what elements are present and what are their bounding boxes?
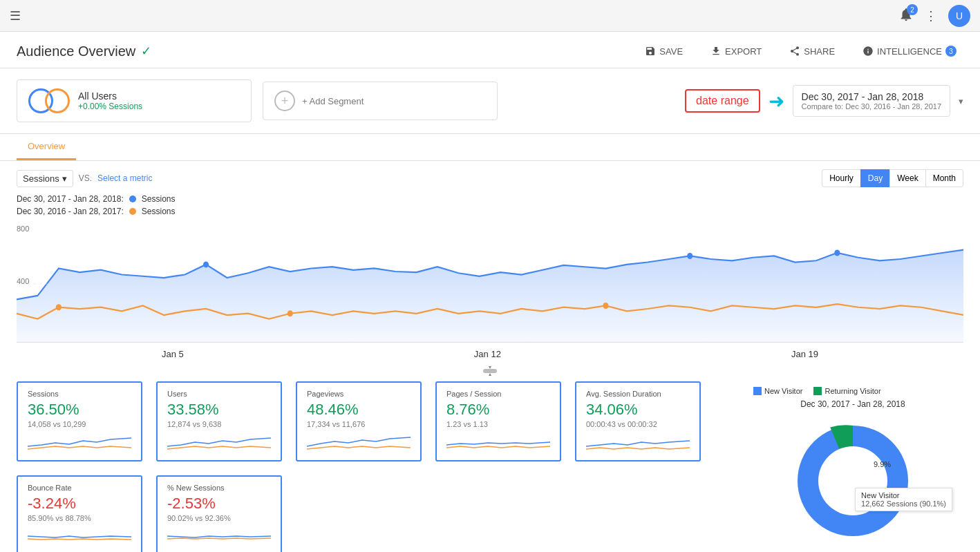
- page-title-text: Audience Overview: [17, 44, 135, 59]
- svg-point-5: [603, 303, 608, 309]
- pie-legend-returning-visitor: Returning Visitor: [813, 387, 880, 395]
- notif-badge: 2: [907, 4, 918, 15]
- intelligence-button[interactable]: INTELLIGENCE 3: [856, 41, 963, 61]
- chart-area: 800 400: [0, 222, 980, 346]
- tab-overview[interactable]: Overview: [17, 134, 76, 160]
- intelligence-badge: 3: [945, 46, 957, 57]
- add-segment-label: + Add Segment: [302, 96, 364, 106]
- metric-sessions-name: Sessions: [28, 390, 131, 398]
- date-range-picker[interactable]: Dec 30, 2017 - Jan 28, 2018 Compare to: …: [793, 85, 950, 117]
- select-metric-link[interactable]: Select a metric: [97, 173, 152, 183]
- date-range-annotation: date range: [685, 89, 760, 113]
- export-button[interactable]: EXPORT: [704, 41, 769, 61]
- arrow-icon: ➜: [769, 90, 784, 113]
- page-header: Audience Overview ✓ SAVE EXPORT SHARE IN…: [0, 32, 980, 68]
- chart-svg: [17, 222, 963, 346]
- legend-period1-metric: Sessions: [142, 194, 176, 204]
- svg-point-0: [203, 261, 209, 267]
- metric-pages-session-value: 8.76%: [446, 401, 550, 419]
- pie-legend-new-visitor-label: New Visitor: [764, 387, 802, 395]
- metric-avg-session-sparkline: [586, 432, 690, 453]
- segment-info: All Users +0.00% Sessions: [78, 91, 142, 111]
- save-button[interactable]: SAVE: [638, 41, 690, 61]
- legend-period2-metric: Sessions: [142, 207, 176, 216]
- notifications-button[interactable]: 2: [898, 7, 914, 24]
- metric-bounce-rate: Bounce Rate -3.24% 85.90% vs 88.78%: [17, 475, 142, 552]
- time-btn-week[interactable]: Week: [889, 169, 925, 187]
- x-labels: Jan 5 Jan 12 Jan 19: [0, 346, 980, 365]
- metric-pages-session-sparkline: [446, 432, 550, 453]
- metric-pageviews-name: Pageviews: [307, 390, 411, 398]
- svg-point-4: [288, 310, 293, 316]
- metric-dropdown[interactable]: Sessions ▾: [17, 170, 73, 187]
- metric-pageviews-compare: 17,334 vs 11,676: [307, 420, 411, 428]
- metric-bounce-rate-name: Bounce Rate: [28, 484, 131, 492]
- metric-new-sessions-compare: 90.02% vs 92.36%: [167, 514, 271, 522]
- avatar[interactable]: U: [948, 5, 970, 27]
- app-menu-icon[interactable]: ☰: [10, 8, 21, 23]
- metric-avg-session: Avg. Session Duration 34.06% 00:00:43 vs…: [575, 381, 701, 461]
- chart-controls: Sessions ▾ VS. Select a metric Hourly Da…: [0, 161, 980, 191]
- top-bar: ☰ 2 ⋮ U: [0, 0, 980, 32]
- circle-orange: [45, 88, 70, 113]
- share-button[interactable]: SHARE: [782, 41, 842, 61]
- pie-dot-green: [813, 387, 822, 395]
- metric-avg-session-value: 34.06%: [586, 401, 690, 419]
- top-bar-right: 2 ⋮ U: [898, 5, 970, 27]
- metric-pageviews: Pageviews 48.46% 17,334 vs 11,676: [296, 381, 422, 461]
- date-range-section: date range ➜ Dec 30, 2017 - Jan 28, 2018…: [685, 85, 963, 117]
- metric-pageviews-sparkline: [307, 432, 411, 453]
- metric-users-value: 33.58%: [167, 401, 271, 419]
- svg-marker-9: [489, 366, 491, 369]
- segments-row: All Users +0.00% Sessions + + Add Segmen…: [0, 68, 980, 134]
- legend-period2-label: Dec 30, 2016 - Jan 28, 2017:: [17, 207, 124, 216]
- metric-pages-session: Pages / Session 8.76% 1.23 vs 1.13: [435, 381, 561, 461]
- x-label-jan5: Jan 5: [162, 349, 184, 359]
- metric-pages-session-compare: 1.23 vs 1.13: [446, 420, 550, 428]
- header-actions: SAVE EXPORT SHARE INTELLIGENCE 3: [638, 41, 963, 61]
- pie-svg: 9.9%: [784, 412, 922, 550]
- metric-new-sessions: % New Sessions -2.53% 90.02% vs 92.36%: [156, 475, 282, 552]
- legend-orange-dot: [129, 208, 136, 215]
- y-label-800: 800: [17, 225, 29, 233]
- metric-new-sessions-name: % New Sessions: [167, 484, 271, 492]
- y-label-400: 400: [17, 277, 29, 285]
- time-buttons: Hourly Day Week Month: [822, 169, 963, 187]
- time-btn-day[interactable]: Day: [860, 169, 890, 187]
- metric-select-row: Sessions ▾ VS. Select a metric: [17, 170, 152, 187]
- metric-bounce-rate-sparkline: [28, 526, 131, 547]
- dropdown-arrow: ▾: [62, 173, 67, 184]
- metric-users-sparkline: [167, 432, 271, 453]
- metric-new-sessions-sparkline: [167, 526, 271, 547]
- sessions-delta: +0.00% Sessions: [78, 102, 142, 111]
- svg-point-2: [834, 250, 840, 256]
- date-range-compare: Compare to: Dec 30, 2016 - Jan 28, 2017: [802, 102, 941, 111]
- svg-point-1: [687, 253, 692, 259]
- tooltip-value: 12,662 Sessions (90.1%): [861, 499, 946, 508]
- scroll-indicator[interactable]: [0, 365, 980, 381]
- pie-title: Dec 30, 2017 - Jan 28, 2018: [753, 399, 952, 409]
- tabs-row: Overview: [0, 134, 980, 161]
- date-range-main: Dec 30, 2017 - Jan 28, 2018: [802, 91, 941, 102]
- legend-row-1: Dec 30, 2017 - Jan 28, 2018: Sessions: [17, 194, 963, 204]
- tooltip-title: New Visitor: [861, 491, 946, 499]
- verified-icon: ✓: [141, 44, 151, 59]
- add-segment-button[interactable]: + + Add Segment: [263, 82, 498, 120]
- metric-avg-session-name: Avg. Session Duration: [586, 390, 690, 398]
- metric-avg-session-compare: 00:00:43 vs 00:00:32: [586, 420, 690, 428]
- top-bar-left: ☰: [10, 8, 21, 23]
- more-options-button[interactable]: ⋮: [925, 8, 937, 23]
- svg-text:9.9%: 9.9%: [874, 460, 891, 468]
- metric-pageviews-value: 48.46%: [307, 401, 411, 419]
- pie-legend: New Visitor Returning Visitor: [753, 387, 952, 395]
- legend-blue-dot: [129, 196, 136, 202]
- metrics-left: Sessions 36.50% 14,058 vs 10,299 Users 3…: [17, 381, 742, 552]
- pie-tooltip: New Visitor 12,662 Sessions (90.1%): [855, 488, 952, 511]
- time-btn-hourly[interactable]: Hourly: [822, 169, 861, 187]
- chevron-down-icon[interactable]: ▾: [959, 96, 963, 106]
- time-btn-month[interactable]: Month: [925, 169, 963, 187]
- metric-pages-session-name: Pages / Session: [446, 390, 550, 398]
- metric-sessions-sparkline: [28, 432, 131, 453]
- metric-sessions-compare: 14,058 vs 10,299: [28, 420, 131, 428]
- svg-marker-10: [489, 373, 491, 376]
